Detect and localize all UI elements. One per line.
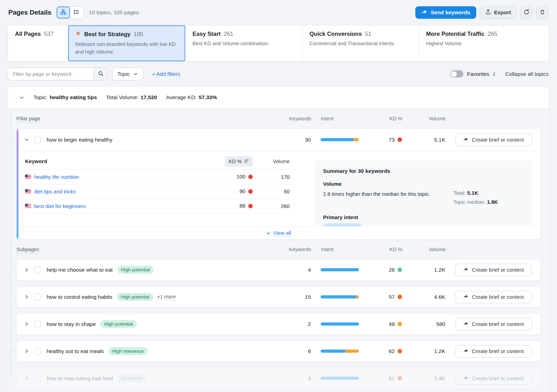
more-badges-link[interactable]: +1 more	[157, 294, 176, 300]
average-kd-label: Average KD:	[166, 94, 197, 101]
topic-header-row[interactable]: Topic: healthy eating tips Total Volume:…	[8, 87, 549, 109]
kd-difficulty-dot	[248, 204, 253, 208]
pillar-kd-value: 73	[389, 137, 395, 143]
info-icon[interactable]: i	[493, 71, 495, 77]
trash-icon	[540, 9, 545, 16]
collapse-all-topics-link[interactable]: Collapse all topics	[505, 71, 549, 77]
volume-column-header: Volume	[411, 116, 446, 121]
filter-bar-right: Favorites i Collapse all topics	[450, 70, 549, 78]
us-flag-icon	[25, 189, 31, 193]
delete-button[interactable]	[536, 6, 549, 19]
add-filters-link[interactable]: + Add filters	[152, 71, 180, 77]
subpage-title[interactable]: how to stay in shape	[47, 321, 96, 327]
tree-branch	[11, 370, 17, 378]
create-brief-button[interactable]: Create brief or content	[455, 134, 532, 146]
create-brief-button[interactable]: Create brief or content	[455, 291, 532, 303]
search-button[interactable]	[94, 67, 108, 80]
search-input[interactable]	[8, 67, 94, 80]
keyword-volume-value: 260	[262, 203, 290, 209]
forward-arrow-icon	[463, 321, 469, 327]
kd-column-header: KD %	[368, 116, 402, 121]
subpage-checkbox[interactable]	[34, 321, 41, 328]
us-flag-icon	[25, 175, 31, 179]
pillar-collapse-chevron-icon[interactable]	[24, 137, 29, 142]
send-keywords-button[interactable]: Send keywords	[415, 6, 476, 19]
keyword-link[interactable]: healthy life nutrition	[25, 174, 226, 180]
create-brief-button[interactable]: Create brief or content	[455, 318, 532, 330]
subpage-checkbox[interactable]	[34, 266, 41, 273]
tab-all-pages[interactable]: All Pages537	[8, 25, 68, 61]
forward-arrow-icon	[463, 375, 469, 381]
topic-name: healthy eating tips	[50, 94, 97, 101]
subpage-checkbox[interactable]	[34, 375, 41, 382]
summary-total-value: 5.1K	[467, 190, 478, 196]
expand-chevron-icon[interactable]	[24, 294, 29, 299]
subpage-volume-value: 1.2K	[410, 348, 445, 354]
subpage-kd-value: 62	[389, 348, 395, 354]
kd-difficulty-dot	[398, 137, 402, 142]
keyword-kd-value: 88	[240, 203, 245, 209]
subpage-title[interactable]: healthy out to eat meals	[47, 348, 104, 354]
subpage-title[interactable]: how to stop eating bad food	[47, 375, 113, 382]
subpage-title[interactable]: help me choose what to eat	[47, 267, 113, 273]
refresh-button[interactable]	[520, 6, 533, 19]
chevron-down-icon	[133, 72, 138, 76]
topic-dropdown[interactable]: Topic	[112, 67, 143, 80]
topic-collapse-chevron-icon[interactable]	[19, 95, 24, 100]
pillar-page-row: how to begin eating healthy 30 73 5.1K C…	[17, 129, 540, 151]
subpage-intent-bar	[321, 322, 359, 326]
list-view-icon	[73, 9, 79, 16]
keyword-link[interactable]: best diet for beginners	[25, 203, 226, 209]
tab-more-potential-traffic[interactable]: More Potential Traffic265 Highest Volume…	[419, 25, 536, 61]
tree-connector-line	[11, 109, 11, 378]
filter-bar: Topic + Add filters Favorites i Collapse…	[8, 67, 549, 81]
subpage-kd-value: 26	[389, 267, 395, 273]
summary-stats: Total: 5.1K Topic median: 1.8K	[453, 190, 498, 208]
topic-label: Topic:	[33, 94, 48, 101]
subpage-volume-value: 580	[410, 321, 445, 327]
expand-chevron-icon[interactable]	[24, 267, 29, 272]
keyword-row: diet tips and tricks 90 50	[25, 184, 290, 199]
keyword-row: best diet for beginners 88 260	[25, 199, 290, 213]
view-mode-segmented-control	[56, 6, 84, 19]
top-bar-actions: Send keywords Export	[415, 6, 549, 19]
expand-chevron-icon[interactable]	[24, 376, 29, 381]
expand-chevron-icon[interactable]	[24, 349, 29, 354]
keyword-link[interactable]: diet tips and tricks	[25, 189, 226, 194]
list-view-button[interactable]	[70, 7, 83, 18]
view-all-row: View all	[17, 226, 540, 240]
pillar-checkbox[interactable]	[34, 136, 41, 143]
subpage-intent-bar	[321, 377, 359, 380]
favorites-toggle[interactable]	[450, 70, 463, 78]
subpage-intent-bar	[321, 268, 359, 271]
subpage-row: how to stay in shape High potential 2 49…	[16, 313, 541, 335]
export-button[interactable]: Export	[480, 6, 517, 19]
tab-easy-start[interactable]: Easy Start261 Best KD and Volume combina…	[186, 25, 303, 61]
create-brief-button[interactable]: Create brief or content	[455, 264, 532, 276]
subpages-columns-header: Subpages Keywords Intent KD % Volume	[16, 246, 541, 259]
kd-sort-header[interactable]: KD %	[225, 156, 253, 167]
pillar-page-title[interactable]: how to begin eating healthy	[47, 137, 112, 143]
intent-column-header: Intent	[321, 247, 359, 252]
subpage-checkbox[interactable]	[34, 348, 41, 355]
send-arrow-icon	[421, 9, 427, 16]
create-brief-button[interactable]: Create brief or content	[455, 345, 532, 358]
subpage-keywords-count: 3	[287, 375, 311, 382]
keyword-summary-panel: Summary for 30 keywords Volume 2.8 times…	[315, 160, 532, 226]
tree-view-button[interactable]	[57, 7, 70, 18]
pillar-volume-value: 5.1K	[410, 137, 445, 143]
tree-branch	[11, 343, 17, 351]
tree-branch	[11, 132, 17, 139]
subpage-intent-bar	[321, 350, 359, 353]
tab-quick-conversions[interactable]: Quick Conversions51 Commercial and Trans…	[303, 25, 419, 61]
pillar-page-label: Pillar page	[16, 116, 287, 121]
view-all-link[interactable]: View all	[273, 230, 291, 237]
keyword-volume-value: 170	[262, 174, 290, 180]
expand-chevron-icon[interactable]	[24, 321, 29, 327]
subpage-volume-value: 4.6K	[410, 294, 445, 300]
tab-best-for-strategy[interactable]: Best for Strategy105 Relevant non-brande…	[68, 25, 186, 61]
subpage-title[interactable]: how to control eating habits	[47, 294, 112, 300]
create-brief-button[interactable]: Create brief or content	[455, 372, 532, 385]
subpage-checkbox[interactable]	[34, 294, 41, 301]
subpage-volume-value: 1.4K	[410, 375, 445, 382]
